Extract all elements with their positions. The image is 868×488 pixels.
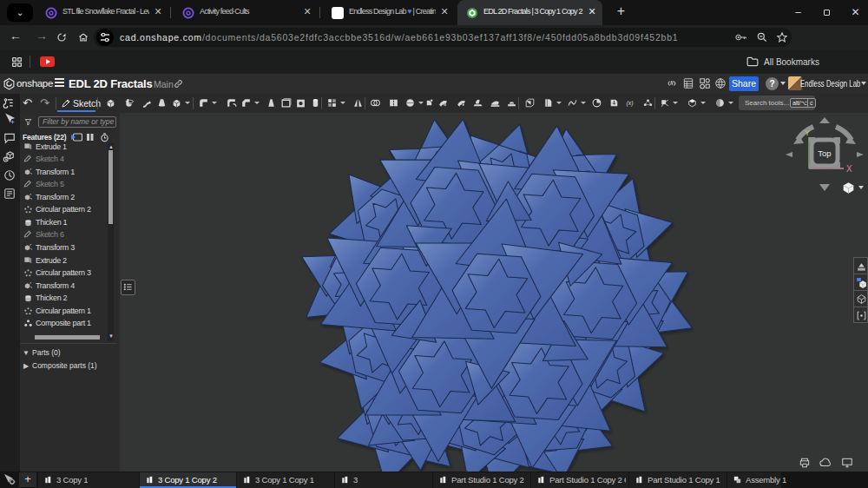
svg-text:Y: Y — [805, 129, 810, 137]
svg-text:X: X — [846, 164, 852, 174]
svg-text:(x): (x) — [626, 100, 633, 107]
svg-text:Top: Top — [818, 148, 831, 158]
